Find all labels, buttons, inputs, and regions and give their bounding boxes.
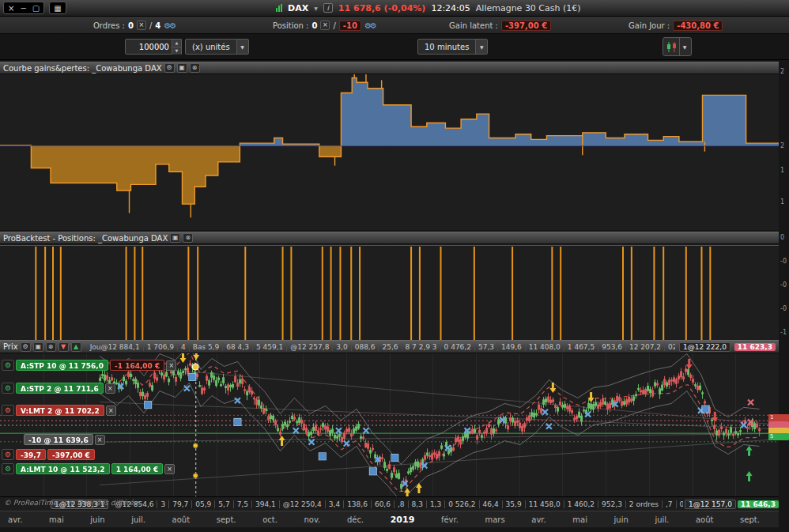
right-axis: 22110-0-0-0-1 xyxy=(779,60,789,532)
last-price-badge: 11 646,3 xyxy=(738,500,779,508)
orders-status: Ordres : 0 × / 4 ⚙⚙ xyxy=(93,17,175,34)
order-chip[interactable]: 1 164,00 € xyxy=(111,463,164,474)
timeline-month[interactable]: oct. xyxy=(262,515,277,524)
order-chip[interactable]: A:LMT 10 @ 11 523,2 xyxy=(16,463,110,474)
order-close-button[interactable]: × xyxy=(164,464,175,474)
order-close-button[interactable]: × xyxy=(166,360,176,371)
quantity-input[interactable] xyxy=(126,43,172,51)
window-controls: × − ▢ xyxy=(3,2,44,14)
close-icon[interactable]: × xyxy=(8,4,14,13)
order-row: ⚙-39,7-397,00 € xyxy=(2,449,95,460)
timeline-month[interactable]: mars xyxy=(485,515,504,524)
order-settings-button[interactable]: ⚙ xyxy=(2,449,14,460)
order-close-button[interactable]: × xyxy=(106,406,116,416)
position-settings-icon[interactable]: ⚙⚙ xyxy=(364,21,376,30)
close-icon[interactable]: ⊗ xyxy=(183,233,193,243)
close-icon[interactable]: ⊗ xyxy=(46,342,56,352)
chevron-down-icon[interactable]: ▼ xyxy=(475,40,487,54)
orders-settings-icon[interactable]: ⚙⚙ xyxy=(164,21,175,30)
order-chip[interactable]: -397,00 € xyxy=(47,449,95,460)
symbol-name[interactable]: DAX xyxy=(288,3,308,13)
timeline-month[interactable]: déc. xyxy=(347,515,364,524)
timeframe-dropdown[interactable]: 10 minutes ▼ xyxy=(417,39,488,55)
window-icon[interactable]: ▣ xyxy=(170,233,180,243)
timeline-month[interactable]: juin xyxy=(90,515,104,524)
timeline-month[interactable]: juin xyxy=(614,515,629,524)
order-chip[interactable]: A:STP 2 @ 11 711,6 xyxy=(16,383,104,394)
order-settings-button[interactable]: ⚙ xyxy=(2,383,14,394)
spin-up-icon[interactable]: ▲ xyxy=(172,40,181,47)
titlebar-instrument-info: DAX ▼ i 11 678,6 (-0,04%) 12:24:05 Allem… xyxy=(276,3,580,13)
window-icon[interactable]: ▣ xyxy=(33,342,43,352)
order-chip[interactable]: A:STP 10 @ 11 756,0 xyxy=(16,360,108,371)
keyboard-grid-button[interactable]: ▦ xyxy=(49,2,66,14)
order-close-button[interactable]: × xyxy=(105,383,115,394)
ohlc-token: Jou@12 884,1 xyxy=(87,343,143,351)
timeline-month[interactable]: mai xyxy=(49,515,64,524)
timeline-month[interactable]: 2019 xyxy=(391,515,415,525)
maximize-icon[interactable]: ▢ xyxy=(32,4,40,13)
timeline-month[interactable]: avr. xyxy=(8,515,22,524)
order-settings-button[interactable]: ⚙ xyxy=(2,463,14,474)
ohlc-token-row: Jou@12 884,11 706,94Bas 5,968 4,35 459,1… xyxy=(87,343,675,351)
sell-arrow-icon[interactable]: ▼ xyxy=(59,342,69,352)
minimize-icon[interactable]: − xyxy=(20,4,26,13)
order-settings-button[interactable]: ⚙ xyxy=(2,405,14,416)
chevron-down-icon[interactable]: ▼ xyxy=(679,38,689,55)
close-icon[interactable]: ⊗ xyxy=(190,63,200,73)
bottom-token: 138,6 xyxy=(343,500,371,508)
chevron-down-icon[interactable]: ▼ xyxy=(314,6,318,11)
cancel-orders-button[interactable]: × xyxy=(137,21,146,30)
order-chip[interactable]: -1 164,00 € xyxy=(110,360,164,371)
wrench-icon[interactable]: ⚙ xyxy=(21,342,31,352)
close-position-button[interactable]: × xyxy=(320,21,330,30)
unrealized-gain: Gain latent : -397,00 € xyxy=(449,17,551,34)
positions-chart-canvas[interactable] xyxy=(0,244,779,340)
timeline-month[interactable]: août xyxy=(696,515,714,524)
price-tag: 1 xyxy=(768,414,789,421)
order-chip[interactable]: -39,7 xyxy=(16,449,46,460)
last-price-change: 11 678,6 (-0,04%) xyxy=(338,3,426,13)
units-dropdown[interactable]: (x) unités ▼ xyxy=(185,39,249,55)
equity-chart-canvas[interactable] xyxy=(0,74,779,230)
timeline-month[interactable]: sept. xyxy=(217,515,236,524)
window-icon[interactable]: ▣ xyxy=(177,63,187,73)
timeline-month[interactable]: mai xyxy=(572,515,587,524)
timeline-month[interactable]: août xyxy=(172,515,191,524)
timeline-month[interactable]: juil. xyxy=(655,515,669,524)
order-close-button[interactable]: × xyxy=(95,435,105,445)
wrench-icon[interactable]: ⚙ xyxy=(164,63,175,73)
orders-label: Ordres : xyxy=(93,21,125,30)
bottom-token: 79,7 xyxy=(168,500,191,508)
spin-down-icon[interactable]: ▼ xyxy=(172,47,181,55)
equity-panel-header: Courbe gains&pertes: _Cowabunga DAX ⚙ ▣ … xyxy=(0,62,779,74)
positions-panel-title: ProBacktest - Positions: _Cowabunga DAX xyxy=(3,234,168,243)
chart-style-button[interactable]: ▼ xyxy=(663,37,692,56)
timeline-month[interactable]: nov. xyxy=(304,515,320,524)
timeline-month[interactable]: sept. xyxy=(740,515,760,524)
buy-arrow-icon[interactable]: ▲ xyxy=(71,342,81,352)
symbol-chart-icon xyxy=(276,4,282,12)
info-icon[interactable]: i xyxy=(323,3,333,13)
bottom-token: ,7 xyxy=(662,500,676,508)
order-row: ⚙V:LMT 2 @ 11 702,2× xyxy=(2,405,116,416)
order-chip[interactable]: -10 @ 11 639,6 xyxy=(24,434,93,445)
quantity-stepper[interactable]: ▲ ▼ xyxy=(125,39,182,55)
watermark: © ProRealTime.com Données différées xyxy=(4,499,142,507)
ohlc-token: 57,3 xyxy=(474,343,497,351)
timeline-month[interactable]: févr. xyxy=(441,515,459,524)
price-chart-canvas[interactable] xyxy=(0,353,779,496)
ohlc-token: 5 459,1 xyxy=(252,343,286,351)
orders-separator: / xyxy=(149,21,152,30)
timeline-month[interactable]: avr. xyxy=(531,515,546,524)
quantity-spin-arrows[interactable]: ▲ ▼ xyxy=(172,40,181,55)
order-chip[interactable]: V:LMT 2 @ 11 702,2 xyxy=(16,405,104,416)
chevron-down-icon[interactable]: ▼ xyxy=(236,40,248,54)
timeline[interactable]: avr.maijuinjuil.aoûtsept.oct.nov.déc.201… xyxy=(0,511,779,527)
bottom-token: 043,0 xyxy=(676,500,684,508)
position-quantity: -10 xyxy=(339,21,361,31)
timeframe-label: 10 minutes xyxy=(418,43,475,51)
timeline-month[interactable]: juil. xyxy=(131,515,145,524)
order-settings-button[interactable]: ⚙ xyxy=(2,360,14,371)
positions-panel-header: ProBacktest - Positions: _Cowabunga DAX … xyxy=(0,232,779,244)
